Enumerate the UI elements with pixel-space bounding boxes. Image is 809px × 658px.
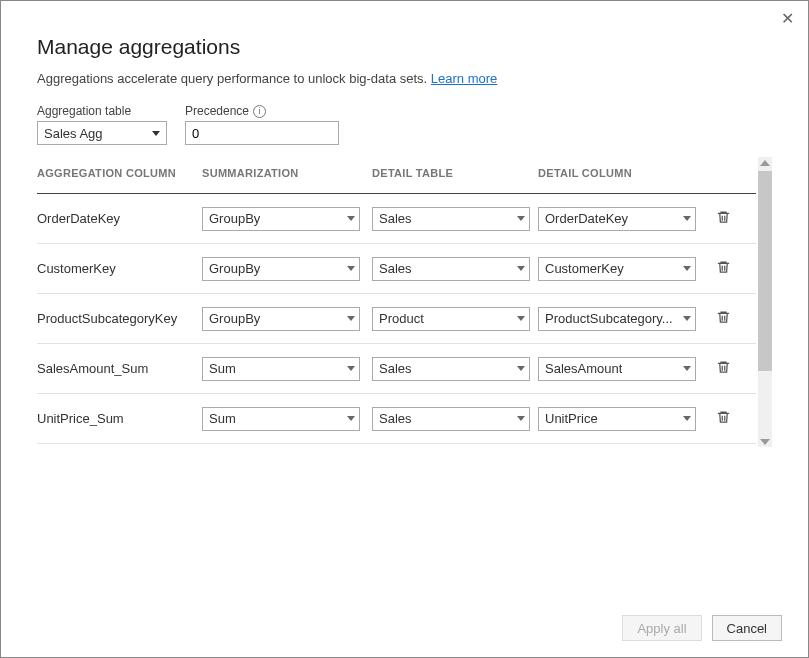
table-row: SalesAmount_SumSumSalesSalesAmount [37, 344, 756, 394]
detail-column-value: ProductSubcategory... [545, 311, 673, 326]
manage-aggregations-dialog: ✕ Manage aggregations Aggregations accel… [0, 0, 809, 658]
scrollbar-track[interactable] [758, 157, 772, 447]
chevron-down-icon [683, 216, 691, 221]
trash-icon [716, 209, 731, 229]
aggregations-table: AGGREGATION COLUMN SUMMARIZATION DETAIL … [37, 157, 756, 444]
detail-table-value: Product [379, 311, 424, 326]
chevron-down-icon [517, 316, 525, 321]
detail-column-select[interactable]: CustomerKey [538, 257, 696, 281]
precedence-label: Precedence i [185, 104, 339, 118]
summarization-select[interactable]: Sum [202, 357, 360, 381]
summarization-value: GroupBy [209, 261, 260, 276]
detail-table-select[interactable]: Sales [372, 357, 530, 381]
chevron-down-icon [347, 416, 355, 421]
summarization-select[interactable]: GroupBy [202, 207, 360, 231]
dialog-title: Manage aggregations [37, 35, 772, 59]
learn-more-link[interactable]: Learn more [431, 71, 497, 86]
delete-row-button[interactable] [708, 259, 738, 279]
header-aggregation-column: AGGREGATION COLUMN [37, 167, 202, 179]
summarization-value: GroupBy [209, 311, 260, 326]
chevron-down-icon [347, 216, 355, 221]
aggregation-column-name: CustomerKey [37, 261, 202, 276]
aggregation-table-label: Aggregation table [37, 104, 167, 118]
detail-column-value: SalesAmount [545, 361, 622, 376]
chevron-down-icon [517, 266, 525, 271]
info-icon[interactable]: i [253, 105, 266, 118]
scroll-up-icon[interactable] [760, 160, 770, 166]
aggregation-column-name: ProductSubcategoryKey [37, 311, 202, 326]
scrollbar-thumb[interactable] [758, 171, 772, 371]
detail-table-value: Sales [379, 411, 412, 426]
header-detail-column: DETAIL COLUMN [538, 167, 708, 179]
chevron-down-icon [683, 316, 691, 321]
detail-table-value: Sales [379, 361, 412, 376]
detail-table-value: Sales [379, 211, 412, 226]
detail-table-select[interactable]: Sales [372, 407, 530, 431]
trash-icon [716, 409, 731, 429]
chevron-down-icon [517, 366, 525, 371]
chevron-down-icon [683, 416, 691, 421]
summarization-select[interactable]: GroupBy [202, 307, 360, 331]
delete-row-button[interactable] [708, 359, 738, 379]
summarization-select[interactable]: Sum [202, 407, 360, 431]
detail-column-select[interactable]: ProductSubcategory... [538, 307, 696, 331]
apply-all-button[interactable]: Apply all [622, 615, 701, 641]
subtitle-text: Aggregations accelerate query performanc… [37, 71, 431, 86]
chevron-down-icon [347, 366, 355, 371]
detail-column-select[interactable]: OrderDateKey [538, 207, 696, 231]
chevron-down-icon [152, 131, 160, 136]
chevron-down-icon [347, 316, 355, 321]
detail-table-select[interactable]: Sales [372, 207, 530, 231]
trash-icon [716, 259, 731, 279]
header-summarization: SUMMARIZATION [202, 167, 372, 179]
detail-column-value: OrderDateKey [545, 211, 628, 226]
detail-table-select[interactable]: Product [372, 307, 530, 331]
table-row: UnitPrice_SumSumSalesUnitPrice [37, 394, 756, 444]
table-row: CustomerKeyGroupBySalesCustomerKey [37, 244, 756, 294]
chevron-down-icon [347, 266, 355, 271]
delete-row-button[interactable] [708, 309, 738, 329]
chevron-down-icon [517, 416, 525, 421]
aggregation-column-name: UnitPrice_Sum [37, 411, 202, 426]
detail-column-value: CustomerKey [545, 261, 624, 276]
aggregation-table-select[interactable]: Sales Agg [37, 121, 167, 145]
dialog-subtitle: Aggregations accelerate query performanc… [37, 71, 772, 86]
aggregation-table-value: Sales Agg [44, 126, 103, 141]
summarization-value: Sum [209, 411, 236, 426]
close-icon[interactable]: ✕ [781, 9, 794, 28]
header-detail-table: DETAIL TABLE [372, 167, 538, 179]
precedence-input[interactable] [185, 121, 339, 145]
detail-column-value: UnitPrice [545, 411, 598, 426]
table-row: ProductSubcategoryKeyGroupByProductProdu… [37, 294, 756, 344]
delete-row-button[interactable] [708, 409, 738, 429]
aggregation-column-name: OrderDateKey [37, 211, 202, 226]
summarization-select[interactable]: GroupBy [202, 257, 360, 281]
aggregation-column-name: SalesAmount_Sum [37, 361, 202, 376]
chevron-down-icon [683, 366, 691, 371]
summarization-value: GroupBy [209, 211, 260, 226]
chevron-down-icon [683, 266, 691, 271]
trash-icon [716, 359, 731, 379]
detail-table-select[interactable]: Sales [372, 257, 530, 281]
trash-icon [716, 309, 731, 329]
detail-table-value: Sales [379, 261, 412, 276]
precedence-label-text: Precedence [185, 104, 249, 118]
table-row: OrderDateKeyGroupBySalesOrderDateKey [37, 194, 756, 244]
delete-row-button[interactable] [708, 209, 738, 229]
cancel-button[interactable]: Cancel [712, 615, 782, 641]
detail-column-select[interactable]: UnitPrice [538, 407, 696, 431]
chevron-down-icon [517, 216, 525, 221]
detail-column-select[interactable]: SalesAmount [538, 357, 696, 381]
table-header-row: AGGREGATION COLUMN SUMMARIZATION DETAIL … [37, 157, 756, 194]
summarization-value: Sum [209, 361, 236, 376]
scroll-down-icon[interactable] [760, 439, 770, 445]
